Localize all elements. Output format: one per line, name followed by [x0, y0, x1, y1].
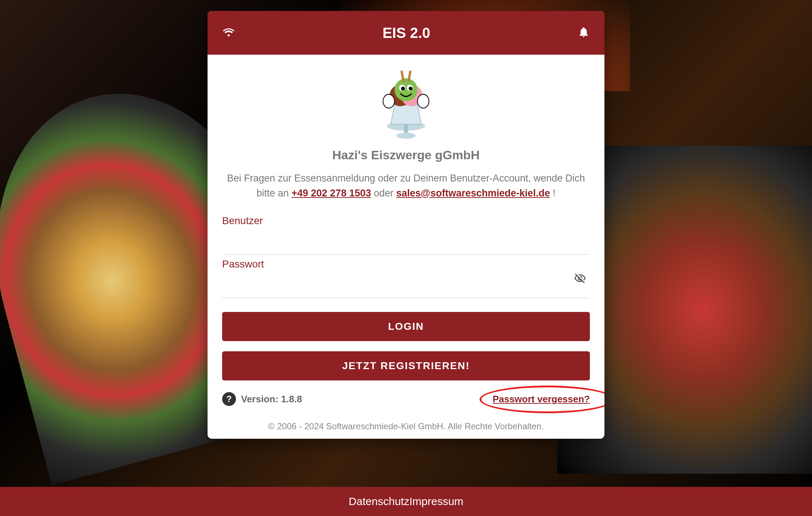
wifi-icon — [222, 26, 235, 40]
app-title: EIS 2.0 — [382, 25, 430, 41]
email-link[interactable]: sales@softwareschmiede-kiel.de — [396, 188, 550, 199]
footer-bar: DatenschutzImpressum — [0, 487, 812, 516]
privacy-link[interactable]: Datenschutz — [348, 495, 409, 508]
username-label: Benutzer — [222, 215, 590, 227]
imprint-link[interactable]: Impressum — [409, 495, 463, 508]
version-wrap: ? Version: 1.8.8 — [222, 392, 302, 406]
card-header: EIS 2.0 — [208, 11, 604, 55]
svg-point-12 — [383, 94, 395, 108]
username-group: Benutzer — [222, 215, 590, 255]
help-text-after: ! — [550, 188, 556, 199]
svg-point-8 — [401, 87, 405, 91]
ice-cream-logo — [366, 65, 446, 141]
password-input[interactable] — [222, 272, 590, 298]
forgot-password-link[interactable]: Passwort vergessen? — [493, 394, 590, 404]
company-name: Hazi's Eiszwerge gGmbH — [222, 148, 590, 162]
phone-link[interactable]: +49 202 278 1503 — [292, 188, 371, 199]
password-group: Passwort — [222, 258, 590, 298]
bell-icon[interactable] — [578, 26, 590, 40]
register-button[interactable]: JETZT REGISTRIEREN! — [222, 351, 590, 380]
help-icon[interactable]: ? — [222, 392, 236, 406]
password-label: Passwort — [222, 258, 590, 270]
visibility-off-icon[interactable] — [574, 272, 586, 285]
svg-point-2 — [397, 133, 416, 139]
version-text: Version: 1.8.8 — [241, 394, 302, 405]
svg-point-9 — [409, 87, 413, 91]
login-button[interactable]: LOGIN — [222, 312, 590, 341]
username-input[interactable] — [222, 229, 590, 255]
card-body: Hazi's Eiszwerge gGmbH Bei Fragen zur Es… — [208, 55, 604, 439]
help-text: Bei Fragen zur Essensanmeldung oder zu D… — [222, 171, 590, 200]
svg-point-13 — [418, 94, 429, 108]
logo-container — [222, 65, 590, 141]
copyright-text: © 2006 - 2024 Softwareschmiede-Kiel GmbH… — [222, 421, 590, 431]
help-text-middle: oder — [371, 188, 396, 199]
svg-point-5 — [395, 78, 418, 101]
login-card: EIS 2.0 — [208, 11, 604, 439]
bottom-row: ? Version: 1.8.8 Passwort vergessen? — [222, 392, 590, 406]
